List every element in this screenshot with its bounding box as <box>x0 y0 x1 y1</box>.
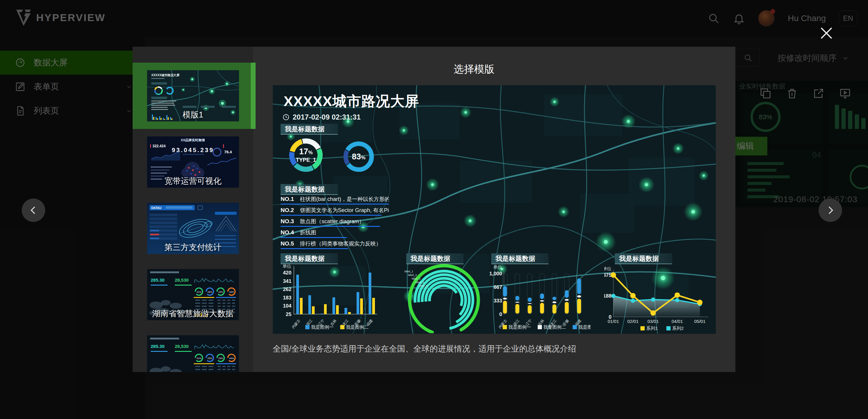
pill-segment <box>528 303 532 304</box>
legend-label: 系列2 <box>672 326 684 331</box>
pill-segment <box>540 293 544 299</box>
legend-swatch <box>641 326 645 330</box>
pill-segment <box>553 297 556 300</box>
legend-label: 我是图例二 <box>346 324 369 329</box>
data-point <box>651 298 655 302</box>
thumb-metric-2: 28,530 <box>175 278 189 283</box>
pill-segment <box>565 299 569 301</box>
template-thumbnail: 285.3028,53041%29%29%44% <box>147 269 239 320</box>
thumb-brand: DATAU <box>151 206 161 210</box>
axis-unit-label: 单位 <box>604 266 612 271</box>
axis-unit-label: 单位 <box>493 264 502 269</box>
legend-swatch <box>305 325 310 329</box>
template-list-item[interactable]: XX品牌实时舆情93.045.239322.42476.4宽带运营可视化 <box>133 129 253 195</box>
thumb-donut-value: 29% <box>218 291 223 293</box>
select-template-modal: XXXXX城市路况大屏模版1XX品牌实时舆情93.045.239322.4247… <box>133 47 735 372</box>
bar-series2 <box>312 307 315 314</box>
pill-segment <box>577 299 581 314</box>
template-list-item[interactable]: 285.3028,53041%29%29%44% <box>133 328 253 372</box>
bar-series1 <box>356 292 359 314</box>
bar-series2 <box>300 298 303 314</box>
data-point <box>611 294 615 298</box>
legend-swatch <box>538 325 542 329</box>
ranking-text: 柱状图(bar chart)，是一种以长方形的长度为变量的表达图形 <box>300 195 389 203</box>
legend-swatch <box>666 326 671 330</box>
x-tick-label: 02/01 <box>627 319 639 324</box>
line-chart: 0188375单位01/0102/0103/0104/0105/01系列1系列2 <box>604 261 713 333</box>
modal-title: 选择模版 <box>233 62 715 76</box>
close-icon <box>818 25 834 41</box>
x-tick-label: 04/01 <box>672 319 683 324</box>
legend-label: 我是图例三 <box>578 324 591 329</box>
template-thumbnail: 285.3028,53041%29%29%44% <box>147 335 239 372</box>
y-tick-label: 375 <box>604 272 612 278</box>
thumb-headline: XX品牌实时舆情 <box>181 138 205 142</box>
data-point <box>611 272 616 278</box>
pill-segment <box>528 298 532 302</box>
ranking-list-item: NO.1柱状图(bar chart)，是一种以长方形的长度为变量的表达图形 <box>281 195 389 204</box>
thumb-title-text: XXXXX城市路况大屏 <box>151 73 180 77</box>
thumb-donut-value: 29% <box>207 291 212 293</box>
radial-ring-label: label_4 <box>415 281 424 284</box>
ranking-list-item: NO.5排行榜（同类事物客观实力反映） <box>281 240 389 249</box>
y-tick-label: 333 <box>494 298 502 303</box>
legend-label: 系列1 <box>646 326 658 331</box>
thumb-donut-value: 29% <box>218 357 223 360</box>
template-list: XXXXX城市路况大屏模版1XX品牌实时舆情93.045.239322.4247… <box>133 47 253 372</box>
ranking-text: 饼图英文学名为Sector Graph, 有名Pie Graph。 <box>300 207 389 214</box>
preview-timestamp: 2017-02-09 02:31:31 <box>282 113 361 121</box>
y-tick-label: 25 <box>286 312 291 317</box>
legend-label: 我是图例二 <box>544 324 566 329</box>
thumb-donut-value: 41% <box>196 357 201 360</box>
thumb-metric-1: 285.30 <box>151 278 164 283</box>
template-list-item[interactable]: 285.3028,53041%29%29%44%湖南省智慧旅游大数据 <box>133 261 253 328</box>
bar-series1 <box>369 272 371 314</box>
radial-ring-label: label_5 <box>419 284 428 287</box>
ranking-index: NO.5 <box>281 240 300 247</box>
data-point <box>675 298 679 302</box>
thumb-metric: 322.424 <box>153 144 166 148</box>
thumb-gauge-value: 76.4 <box>224 150 232 154</box>
data-point <box>650 310 656 316</box>
thumb-donut-value: 29% <box>207 357 212 360</box>
data-point <box>631 298 635 303</box>
bar-series1 <box>333 297 335 314</box>
ranking-list-item: NO.4折线图 <box>281 229 389 238</box>
ranking-text: 排行榜（同类事物客观实力反映） <box>300 240 381 247</box>
template-thumbnail: XXXXX城市路况大屏 <box>147 70 239 121</box>
modal-close-button[interactable] <box>818 25 834 41</box>
bar-series1 <box>320 314 323 314</box>
ranking-text: 散点图（scatter diagram） <box>300 218 364 225</box>
y-tick-label: 0 <box>499 312 502 317</box>
section-header-1: 我是标题数据 <box>281 124 338 135</box>
pill-segment <box>565 290 569 298</box>
donut-chart-overall: 83% <box>341 139 376 174</box>
thumb-donut-value: 44% <box>229 291 234 293</box>
y-tick-label: 341 <box>283 278 291 284</box>
ranking-index: NO.1 <box>281 196 300 202</box>
ranking-text: 折线图 <box>300 229 316 236</box>
previous-template-arrow[interactable] <box>22 198 45 222</box>
legend-label: 我是图例一 <box>508 324 531 329</box>
pill-segment <box>577 295 581 297</box>
x-tick-label: 01/01 <box>608 319 619 324</box>
template-list-item[interactable]: DATAU第三方支付统计 <box>133 195 253 261</box>
bar-series1 <box>308 295 311 314</box>
y-tick-label: 262 <box>283 286 291 292</box>
bar-series2 <box>372 298 375 314</box>
radial-ring-label: label_3 <box>412 277 421 280</box>
bar-series2 <box>348 312 351 314</box>
next-template-arrow[interactable] <box>818 198 842 222</box>
pill-segment <box>503 301 507 314</box>
radial-progress-chart: label_1label_2label_3label_4label_5 <box>393 261 484 333</box>
ranking-list: NO.1柱状图(bar chart)，是一种以长方形的长度为变量的表达图形NO.… <box>281 195 389 251</box>
pill-segment <box>553 301 556 303</box>
donut-center-label: 17%TYPE_1 <box>287 136 325 174</box>
y-tick-label: 188 <box>604 293 612 299</box>
section-header-2: 我是标题数据 <box>281 184 338 195</box>
x-tick-label: 05/01 <box>694 319 706 324</box>
donut-center-label: 83% <box>341 139 376 174</box>
data-point <box>697 300 703 305</box>
ranking-list-item: NO.3散点图（scatter diagram） <box>281 218 389 227</box>
thumb-donut-value: 41% <box>196 291 201 293</box>
